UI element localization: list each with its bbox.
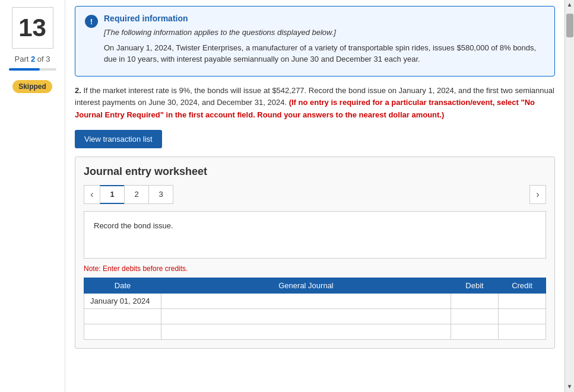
table-row (84, 324, 546, 339)
journal-input-1[interactable] (167, 297, 445, 305)
note-text: Note: Enter debits before credits. (84, 264, 546, 273)
info-box-content: Required information [The following info… (104, 14, 545, 69)
journal-cell-3[interactable] (161, 324, 451, 339)
tab-1[interactable]: 1 (100, 185, 125, 204)
debit-input-1[interactable] (457, 297, 492, 305)
tab-2[interactable]: 2 (124, 185, 149, 204)
table-row (84, 308, 546, 324)
journal-cell-1[interactable] (161, 293, 451, 308)
info-box-body: On January 1, 2024, Twister Enterprises,… (104, 42, 545, 65)
skipped-badge: Skipped (12, 80, 52, 93)
debit-cell-3[interactable] (451, 324, 499, 339)
credit-cell-1[interactable] (499, 293, 546, 308)
left-sidebar: 13 Part 2 of 3 Skipped (0, 0, 65, 392)
journal-input-2[interactable] (167, 312, 445, 321)
credit-cell-2[interactable] (499, 308, 546, 324)
tabs-nav: ‹ 1 2 3 › (84, 185, 546, 204)
tab-prev-arrow[interactable]: ‹ (84, 185, 100, 204)
debit-cell-1[interactable] (451, 293, 499, 308)
tab-3[interactable]: 3 (148, 185, 173, 204)
journal-cell-2[interactable] (161, 308, 451, 324)
info-box: ! Required information [The following in… (75, 6, 555, 77)
worksheet-title: Journal entry worksheet (84, 165, 546, 178)
part-label: Part 2 of 3 (14, 55, 50, 63)
credit-input-1[interactable] (505, 297, 540, 305)
question-number: 13 (12, 7, 53, 49)
debit-input-2[interactable] (457, 312, 492, 321)
record-instruction: Record the bond issue. (94, 221, 173, 230)
col-header-general-journal: General Journal (161, 278, 451, 293)
progress-bar-container (9, 68, 56, 71)
date-cell-1: January 01, 2024 (84, 293, 161, 308)
debit-cell-2[interactable] (451, 308, 499, 324)
table-header-row: Date General Journal Debit Credit (84, 278, 546, 293)
scrollbar-thumb[interactable] (566, 14, 573, 37)
journal-table: Date General Journal Debit Credit Januar… (84, 278, 546, 340)
journal-input-3[interactable] (167, 327, 445, 336)
col-header-debit: Debit (451, 278, 499, 293)
tab-next-arrow[interactable]: › (529, 185, 546, 204)
question-number-label: 2. (75, 86, 81, 95)
table-row: January 01, 2024 (84, 293, 546, 308)
col-header-credit: Credit (499, 278, 546, 293)
scroll-down-arrow[interactable]: ▼ (567, 383, 573, 390)
right-scrollbar[interactable]: ▲ ▼ (565, 0, 574, 392)
progress-bar-fill (9, 68, 40, 71)
info-box-subtitle: [The following information applies to th… (104, 27, 545, 39)
date-cell-2 (84, 308, 161, 324)
date-cell-3 (84, 324, 161, 339)
scroll-up-arrow[interactable]: ▲ (567, 1, 573, 8)
credit-input-3[interactable] (505, 327, 540, 336)
credit-cell-3[interactable] (499, 324, 546, 339)
question-text: 2. If the market interest rate is 9%, th… (75, 85, 555, 122)
record-box: Record the bond issue. (84, 211, 546, 259)
col-header-date: Date (84, 278, 161, 293)
worksheet-container: Journal entry worksheet ‹ 1 2 3 › Record… (75, 157, 555, 349)
content-area: ! Required information [The following in… (65, 0, 565, 392)
view-transaction-button[interactable]: View transaction list (75, 130, 162, 148)
info-icon: ! (85, 15, 98, 28)
debit-input-3[interactable] (457, 327, 492, 336)
info-box-title: Required information (104, 14, 545, 23)
credit-input-2[interactable] (505, 312, 540, 321)
